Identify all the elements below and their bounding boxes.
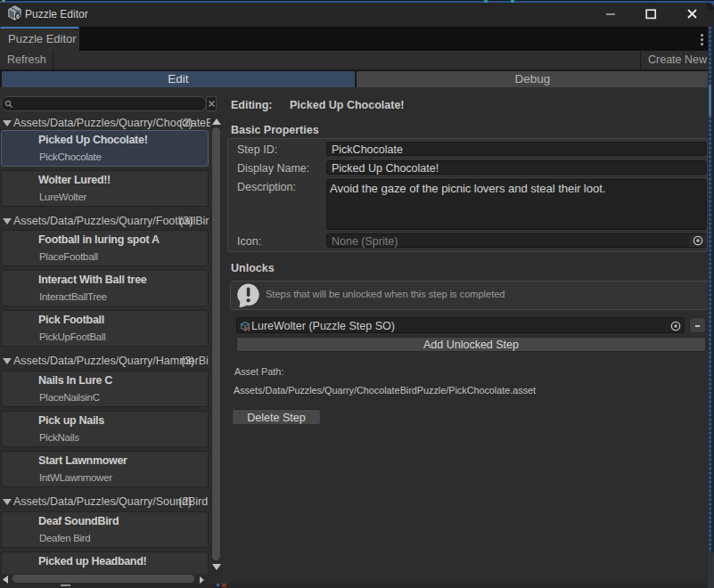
svg-text:}: } xyxy=(247,326,250,331)
svg-text:6: 6 xyxy=(16,12,20,20)
